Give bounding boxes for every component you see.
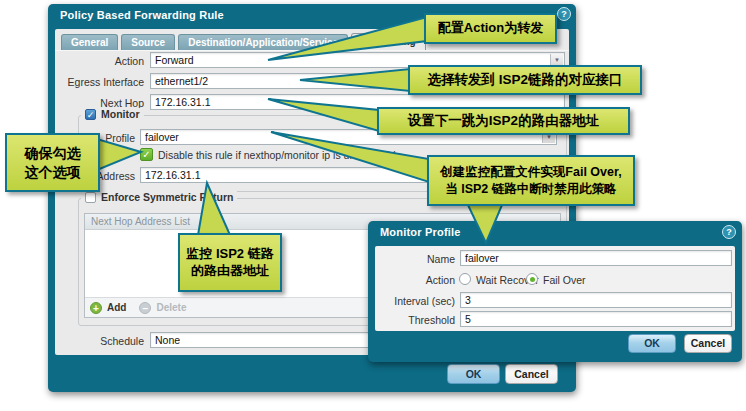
threshold-input[interactable]: 5 <box>460 311 732 327</box>
monitor-legend-label: Monitor <box>101 108 140 120</box>
schedule-label: Schedule <box>60 335 144 347</box>
add-button[interactable]: Add <box>107 302 126 313</box>
add-icon[interactable]: + <box>90 302 102 314</box>
fail-over-label: Fail Over <box>543 274 586 286</box>
tab-source[interactable]: Source <box>121 34 175 51</box>
schedule-value: None <box>155 334 180 346</box>
callout-failover-profile: 创建监控配置文件实现Fail Over, 当 ISP2 链路中断时禁用此策略 <box>427 155 635 206</box>
delete-icon[interactable]: − <box>139 302 151 314</box>
egress-interface-label: Egress Interface <box>60 76 144 88</box>
monitor-profile-dialog: Monitor Profile ? Name failover Action W… <box>368 221 742 362</box>
callout-text-line1: 监控 ISP2 链路 <box>186 246 273 263</box>
fail-over-radio[interactable] <box>526 273 538 285</box>
threshold-value: 5 <box>465 313 471 325</box>
action-value: Forward <box>155 54 194 66</box>
tab-forwarding[interactable]: Forwarding <box>351 33 425 51</box>
callout-monitor-ip: 监控 ISP2 链路 的路由器地址 <box>178 233 282 292</box>
callout-next-hop: 设置下一跳为ISP2的路由器地址 <box>377 107 630 135</box>
tab-bar: General Source Destination/Application/S… <box>61 33 426 51</box>
delete-button[interactable]: Delete <box>156 302 186 313</box>
dialog-title: Policy Based Forwarding Rule <box>60 9 224 21</box>
callout-text-line2: 的路由器地址 <box>191 263 269 280</box>
ok-button[interactable]: OK <box>628 334 676 353</box>
disable-rule-checkbox[interactable]: ✓ <box>140 148 153 161</box>
cancel-button[interactable]: Cancel <box>684 334 732 353</box>
callout-text: 选择转发到 ISP2链路的对应接口 <box>427 71 622 89</box>
ok-button[interactable]: OK <box>447 364 500 384</box>
help-icon[interactable]: ? <box>722 225 736 239</box>
symmetric-return-checkbox[interactable] <box>85 192 96 203</box>
callout-text-line1: 创建监控配置文件实现Fail Over, <box>440 164 621 180</box>
ip-address-value: 172.16.31.1 <box>145 169 200 181</box>
cancel-button[interactable]: Cancel <box>505 364 558 384</box>
monitor-legend: ✓ Monitor <box>81 108 144 120</box>
name-label: Name <box>375 253 455 265</box>
interval-label: Interval (sec) <box>375 295 455 307</box>
tab-destination-application-service[interactable]: Destination/Application/Service <box>178 34 348 51</box>
egress-interface-value: ethernet1/2 <box>155 75 208 87</box>
name-input[interactable]: failover <box>460 250 732 266</box>
interval-value: 3 <box>465 294 471 306</box>
monitor-checkbox[interactable]: ✓ <box>85 109 96 120</box>
symmetric-return-label: Enforce Symmetric Return <box>101 191 233 203</box>
wait-recover-radio[interactable] <box>459 273 471 285</box>
callout-text-line2: 当 ISP2 链路中断时禁用此策略 <box>445 181 617 197</box>
callout-ensure-check: 确保勾选 这个选项 <box>5 133 100 192</box>
profile-value: failover <box>145 131 179 143</box>
dialog-body: Name failover Action Wait Recover Fail O… <box>375 246 735 331</box>
tab-general[interactable]: General <box>61 34 118 51</box>
callout-text: 设置下一跳为ISP2的路由器地址 <box>408 112 599 130</box>
tab-divider <box>55 50 569 51</box>
callout-action: 配置Action为转发 <box>424 13 557 44</box>
symmetric-return-legend: Enforce Symmetric Return <box>81 191 237 203</box>
callout-text-line1: 确保勾选 <box>25 144 81 162</box>
callout-text-line2: 这个选项 <box>25 163 81 181</box>
help-icon[interactable]: ? <box>557 7 571 21</box>
action-label: Action <box>60 55 144 67</box>
screenshot-stage: Policy Based Forwarding Rule ? General S… <box>0 0 746 411</box>
threshold-label: Threshold <box>375 314 455 326</box>
mp-action-label: Action <box>375 274 455 286</box>
dialog-title: Monitor Profile <box>380 226 461 238</box>
name-value: failover <box>465 252 499 264</box>
interval-input[interactable]: 3 <box>460 292 732 308</box>
next-hop-value: 172.16.31.1 <box>155 96 210 108</box>
callout-text: 配置Action为转发 <box>438 20 543 37</box>
callout-egress-interface: 选择转发到 ISP2链路的对应接口 <box>408 65 642 95</box>
disable-rule-label: Disable this rule if nexthop/monitor ip … <box>158 149 401 161</box>
